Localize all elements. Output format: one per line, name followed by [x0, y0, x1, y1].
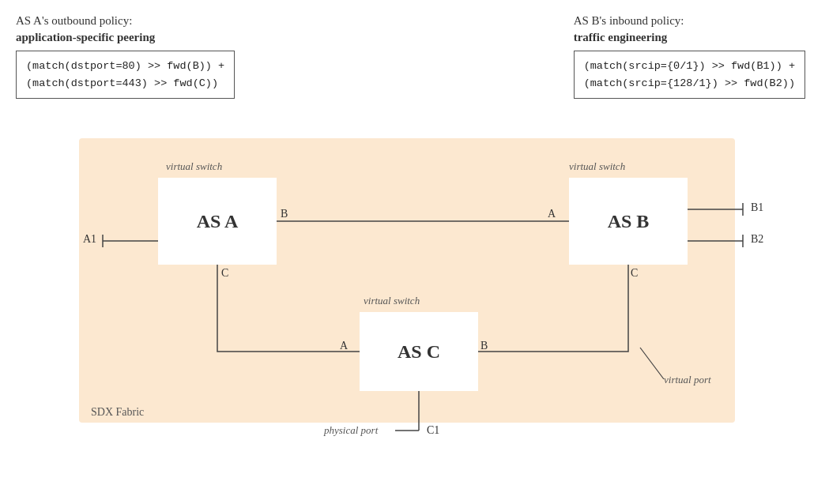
diagram-area: SDX Fabric: [32, 115, 829, 454]
left-policy-line1: (match(dstport=80) >> fwd(B)) +: [26, 58, 224, 75]
left-policy-code: (match(dstport=80) >> fwd(B)) + (match(d…: [16, 51, 235, 99]
vs-label-b: virtual switch: [569, 160, 625, 173]
left-policy-line2: (match(dstport=443) >> fwd(C)): [26, 75, 224, 92]
port-b-from-a: B: [281, 208, 288, 220]
port-c-from-b: C: [631, 267, 638, 280]
vs-label-a: virtual switch: [166, 160, 222, 173]
as-a-box: AS A: [158, 178, 277, 265]
as-b-label: AS B: [608, 211, 650, 232]
right-policy-title: AS B's inbound policy:: [574, 14, 805, 28]
right-policy-line2: (match(srcip={128/1}) >> fwd(B2)): [584, 75, 795, 92]
right-policy-line1: (match(srcip={0/1}) >> fwd(B1)) +: [584, 58, 795, 75]
as-c-box: AS C: [360, 312, 478, 391]
sdx-fabric-label: SDX Fabric: [91, 406, 144, 419]
port-b2: B2: [751, 233, 763, 246]
port-c1: C1: [427, 424, 439, 437]
as-a-label: AS A: [197, 211, 239, 232]
right-policy-code: (match(srcip={0/1}) >> fwd(B1)) + (match…: [574, 51, 805, 99]
left-policy-title: AS A's outbound policy:: [16, 14, 235, 28]
as-c-label: AS C: [398, 341, 440, 363]
port-b1: B1: [751, 201, 763, 214]
right-policy: AS B's inbound policy: traffic engineeri…: [574, 14, 805, 99]
port-a1: A1: [83, 233, 96, 246]
physical-port-label: physical port: [324, 424, 378, 437]
as-b-box: AS B: [569, 178, 688, 265]
port-c-from-a: C: [221, 267, 228, 280]
left-policy: AS A's outbound policy: application-spec…: [16, 14, 235, 99]
port-a-to-c: A: [340, 340, 348, 352]
port-b-from-c: B: [480, 340, 488, 352]
port-a-from-b: A: [548, 208, 556, 220]
virtual-port-label: virtual port: [664, 374, 711, 386]
vs-label-c: virtual switch: [364, 295, 420, 307]
right-policy-subtitle: traffic engineering: [574, 31, 805, 44]
top-section: AS A's outbound policy: application-spec…: [0, 0, 829, 107]
left-policy-subtitle: application-specific peering: [16, 31, 235, 44]
